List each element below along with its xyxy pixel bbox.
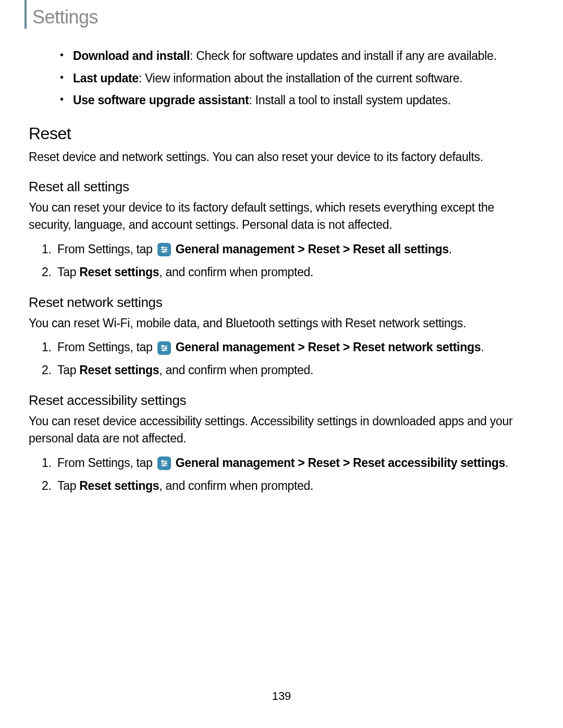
page-header-title: Settings bbox=[32, 6, 98, 28]
step-bold-path: General management > Reset > Reset all s… bbox=[176, 242, 449, 256]
step-2: Tap Reset settings, and confirm when pro… bbox=[57, 263, 534, 281]
reset-all-description: You can reset your device to its factory… bbox=[29, 199, 534, 234]
step-text-pre: Tap bbox=[57, 265, 79, 279]
step-text-post: , and confirm when prompted. bbox=[159, 265, 313, 279]
svg-point-15 bbox=[165, 463, 166, 464]
reset-network-description: You can reset Wi-Fi, mobile data, and Bl… bbox=[29, 315, 534, 332]
step-text-post: , and confirm when prompted. bbox=[159, 479, 313, 492]
reset-accessibility-heading: Reset accessibility settings bbox=[29, 392, 534, 409]
step-text-pre: From Settings, tap bbox=[57, 456, 156, 470]
reset-heading: Reset bbox=[29, 124, 534, 143]
step-text-post: , and confirm when prompted. bbox=[159, 363, 313, 377]
reset-network-heading: Reset network settings bbox=[29, 294, 534, 311]
step-text-pre: From Settings, tap bbox=[57, 340, 156, 354]
step-1: From Settings, tap General management > … bbox=[57, 454, 534, 472]
bullet-text: : View information about the installatio… bbox=[139, 71, 463, 85]
bullet-label: Use software upgrade assistant bbox=[73, 93, 249, 107]
svg-point-1 bbox=[162, 247, 163, 249]
general-management-icon bbox=[157, 341, 171, 355]
reset-accessibility-description: You can reset device accessibility setti… bbox=[29, 413, 534, 448]
page-number: 139 bbox=[272, 689, 291, 703]
svg-point-9 bbox=[165, 347, 166, 349]
bullet-label: Download and install bbox=[73, 49, 190, 63]
step-2: Tap Reset settings, and confirm when pro… bbox=[57, 361, 534, 379]
step-text-post: . bbox=[449, 242, 452, 256]
reset-network-steps: From Settings, tap General management > … bbox=[57, 338, 534, 379]
step-text-pre: From Settings, tap bbox=[57, 242, 156, 256]
step-text-pre: Tap bbox=[57, 479, 79, 492]
bullet-download-install: Download and install: Check for software… bbox=[73, 47, 534, 65]
svg-point-5 bbox=[163, 251, 164, 253]
reset-all-heading: Reset all settings bbox=[29, 179, 534, 195]
step-bold-action: Reset settings bbox=[79, 363, 159, 377]
bullet-text: : Check for software updates and install… bbox=[190, 49, 497, 63]
step-text-pre: Tap bbox=[57, 363, 79, 377]
svg-point-17 bbox=[163, 465, 164, 466]
content-body: Download and install: Check for software… bbox=[29, 47, 534, 500]
reset-all-steps: From Settings, tap General management > … bbox=[57, 240, 534, 281]
svg-point-3 bbox=[165, 249, 166, 251]
reset-description: Reset device and network settings. You c… bbox=[29, 149, 534, 166]
step-text-post: . bbox=[505, 456, 508, 470]
bullet-upgrade-assistant: Use software upgrade assistant: Install … bbox=[73, 91, 534, 109]
reset-accessibility-steps: From Settings, tap General management > … bbox=[57, 454, 534, 495]
step-text-post: . bbox=[481, 340, 484, 354]
svg-point-13 bbox=[162, 461, 163, 462]
step-1: From Settings, tap General management > … bbox=[57, 240, 534, 258]
step-bold-action: Reset settings bbox=[79, 479, 159, 492]
update-options-list: Download and install: Check for software… bbox=[73, 47, 534, 109]
step-2: Tap Reset settings, and confirm when pro… bbox=[57, 477, 534, 495]
bullet-label: Last update bbox=[73, 71, 139, 85]
general-management-icon bbox=[157, 243, 171, 256]
svg-point-7 bbox=[162, 345, 163, 347]
general-management-icon bbox=[157, 456, 171, 470]
svg-point-11 bbox=[163, 349, 164, 351]
header-accent-bar bbox=[25, 0, 27, 29]
step-bold-path: General management > Reset > Reset acces… bbox=[176, 456, 505, 470]
step-bold-path: General management > Reset > Reset netwo… bbox=[176, 340, 481, 354]
step-bold-action: Reset settings bbox=[79, 265, 159, 279]
bullet-text: : Install a tool to install system updat… bbox=[249, 93, 450, 107]
step-1: From Settings, tap General management > … bbox=[57, 338, 534, 356]
bullet-last-update: Last update: View information about the … bbox=[73, 69, 534, 88]
